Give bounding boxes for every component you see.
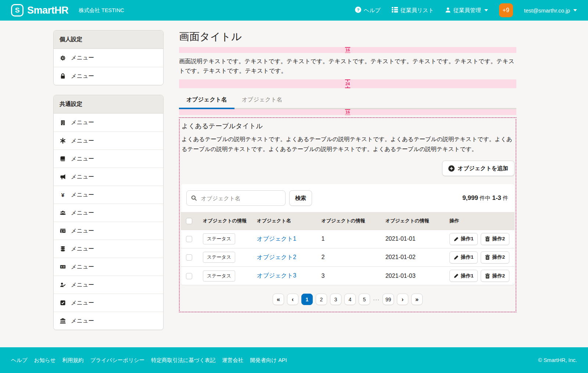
sidebar-item-label: メニュー <box>71 72 94 80</box>
pagination-page-4[interactable]: 4 <box>344 294 356 305</box>
asterisk-icon <box>60 138 66 144</box>
app-footer: ヘルプ お知らせ 利用規約 プライバシーポリシー 特定商取引法に基づく表記 運営… <box>0 347 588 373</box>
result-count-total: 9,999 <box>462 194 478 201</box>
pagination-page-3[interactable]: 3 <box>330 294 341 305</box>
sidebar-item-label: メニュー <box>71 281 94 289</box>
delete-action-button[interactable]: 操作2 <box>481 233 509 245</box>
row-checkbox[interactable] <box>186 254 192 261</box>
add-object-button[interactable]: オブジェクトを追加 <box>442 161 514 176</box>
sidebar-item-user-check-menu[interactable]: メニュー <box>54 276 163 294</box>
pagination-prev-button[interactable]: ‹ <box>287 294 298 305</box>
sidebar-item-label: メニュー <box>71 137 94 145</box>
footer-link-privacy[interactable]: プライバシーポリシー <box>90 357 145 364</box>
object-link[interactable]: オブジェクト2 <box>257 254 296 260</box>
table-header-row: オブジェクトの情報 オブジェクト名 オブジェクトの情報 オブジェクトの情報 操作 <box>181 212 514 230</box>
sidebar-item-megaphone-menu[interactable]: メニュー <box>54 168 163 186</box>
sidebar-section-common: 共通設定 メニュー メニュー メニュー メニュー ¥ <box>53 95 164 330</box>
status-badge: ステータス <box>203 252 235 263</box>
sidebar-item-book-menu[interactable]: メニュー <box>54 150 163 168</box>
delete-action-button[interactable]: 操作2 <box>481 270 509 282</box>
footer-link-operating-company[interactable]: 運営会社 <box>222 357 243 364</box>
money-check-icon: $ <box>60 264 66 270</box>
edit-action-button[interactable]: 操作1 <box>449 251 478 263</box>
sidebar-item-id-card-menu[interactable]: メニュー <box>54 222 163 240</box>
nav-employee-admin-label: 従業員管理 <box>453 7 481 14</box>
object-info-cell: 2 <box>316 248 380 266</box>
footer-link-news[interactable]: お知らせ <box>34 357 56 364</box>
nav-employee-list[interactable]: 従業員リスト <box>392 7 434 14</box>
account-dropdown[interactable]: test@smarthr.co.jp <box>524 7 577 14</box>
column-header-info: オブジェクトの情報 <box>316 212 380 230</box>
page-description: 画面説明テキストです。テキストです。テキストです。テキストです。テキストです。テ… <box>179 57 516 76</box>
pagination-page-2[interactable]: 2 <box>316 294 327 305</box>
page-title: 画面タイトル <box>179 31 516 43</box>
sidebar-item-users-menu[interactable]: メニュー <box>54 204 163 222</box>
notification-count-badge[interactable]: +9 <box>499 3 513 17</box>
footer-link-terms[interactable]: 利用規約 <box>62 357 84 364</box>
sidebar-item-yen-menu[interactable]: ¥ メニュー <box>54 186 163 204</box>
nav-employee-list-label: 従業員リスト <box>401 7 434 14</box>
chevron-down-icon <box>484 9 488 11</box>
search-input[interactable] <box>200 195 281 202</box>
pagination-page-99[interactable]: 99 <box>383 294 394 305</box>
plus-circle-icon <box>448 165 455 172</box>
sidebar-item-label: メニュー <box>71 317 94 325</box>
sidebar-item-money-check-menu[interactable]: $ メニュー <box>54 258 163 276</box>
pagination-page-1[interactable]: 1 <box>301 294 313 305</box>
object-link[interactable]: オブジェクト1 <box>257 236 296 242</box>
sidebar-section-personal: 個人設定 メニュー メニュー <box>53 30 164 85</box>
yen-icon: ¥ <box>60 192 66 198</box>
pagination: « ‹ 1 2 3 4 5 ··· 99 › » <box>181 294 514 305</box>
result-count-suffix: 件 <box>503 195 508 201</box>
status-badge: ステータス <box>203 233 235 244</box>
edit-action-button[interactable]: 操作1 <box>449 270 478 282</box>
svg-text:?: ? <box>357 7 359 12</box>
object-table: オブジェクトの情報 オブジェクト名 オブジェクトの情報 オブジェクトの情報 操作… <box>181 212 514 285</box>
status-badge: ステータス <box>203 270 235 281</box>
building-icon <box>60 120 66 126</box>
sidebar-item-label: メニュー <box>71 54 94 62</box>
edit-action-button[interactable]: 操作1 <box>449 233 478 245</box>
sidebar-item-check-square-menu[interactable]: メニュー <box>54 294 163 312</box>
row-checkbox[interactable] <box>186 236 192 242</box>
search-button[interactable]: 検索 <box>289 190 312 206</box>
select-all-checkbox[interactable] <box>186 218 192 224</box>
pencil-icon <box>454 237 459 241</box>
add-object-button-label: オブジェクトを追加 <box>458 165 508 172</box>
row-checkbox[interactable] <box>186 273 192 279</box>
nav-employee-admin-dropdown[interactable]: 従業員管理 <box>445 7 488 14</box>
sidebar-item-building-menu[interactable]: メニュー <box>54 114 163 132</box>
footer-link-commerce-law[interactable]: 特定商取引法に基づく表記 <box>151 357 215 364</box>
sidebar-item-label: メニュー <box>71 155 94 163</box>
footer-link-help[interactable]: ヘルプ <box>11 357 28 364</box>
sidebar-item-database-menu[interactable]: メニュー <box>54 240 163 258</box>
sidebar-item-bank-menu[interactable]: メニュー <box>54 312 163 330</box>
pencil-icon <box>454 273 459 278</box>
sidebar-section-title: 個人設定 <box>54 31 163 49</box>
search-icon <box>191 195 197 201</box>
table-spec-region: よくあるテーブルタイトル よくあるテーブルの説明テキストです。よくあるテーブルの… <box>179 117 516 312</box>
sidebar-item-label: メニュー <box>71 245 94 253</box>
pagination-ellipsis: ··· <box>373 296 380 302</box>
pagination-next-button[interactable]: › <box>397 294 408 305</box>
gear-icon <box>60 55 66 61</box>
pagination-last-button[interactable]: » <box>411 294 423 305</box>
megaphone-icon <box>60 174 66 180</box>
pagination-first-button[interactable]: « <box>273 294 284 305</box>
sidebar-item-gear-menu[interactable]: メニュー <box>54 49 163 67</box>
sidebar-item-lock-menu[interactable]: メニュー <box>54 67 163 85</box>
delete-action-button[interactable]: 操作2 <box>481 251 509 263</box>
database-icon <box>60 246 66 252</box>
object-link[interactable]: オブジェクト3 <box>257 272 296 279</box>
tab-object-1[interactable]: オブジェクト名 <box>179 92 234 108</box>
pagination-page-5[interactable]: 5 <box>359 294 370 305</box>
nav-help[interactable]: ? ヘルプ <box>355 7 381 14</box>
footer-link-developer-api[interactable]: 開発者向け API <box>250 357 287 364</box>
id-card-icon <box>60 228 66 234</box>
sidebar-item-label: メニュー <box>71 173 94 181</box>
sidebar-item-asterisk-menu[interactable]: メニュー <box>54 132 163 150</box>
tab-object-2[interactable]: オブジェクト名 <box>234 92 290 108</box>
account-email: test@smarthr.co.jp <box>524 7 570 14</box>
smarthr-logo[interactable]: S SmartHR <box>11 4 68 17</box>
tab-bar: オブジェクト名 オブジェクト名 <box>179 92 516 109</box>
